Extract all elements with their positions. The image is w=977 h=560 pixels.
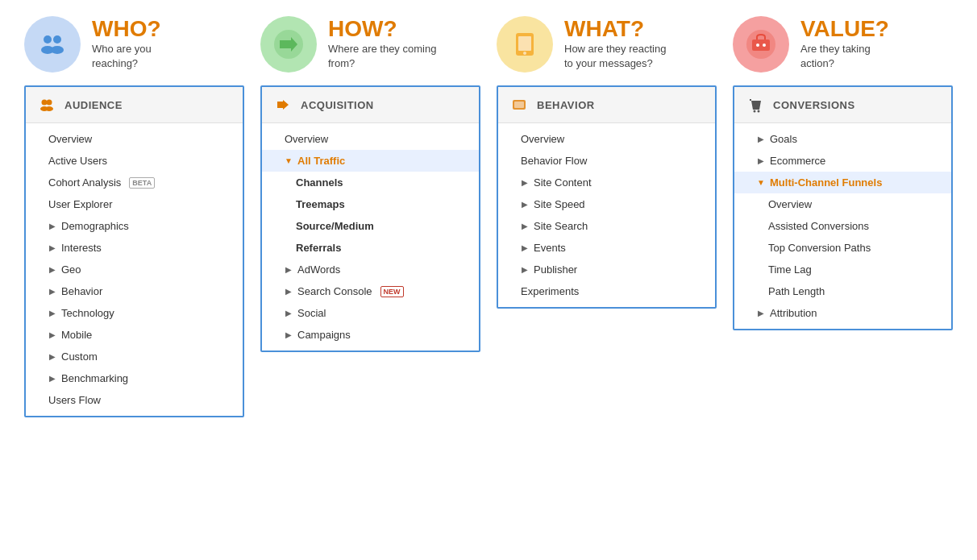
list-item[interactable]: Users Flow [26,389,243,411]
how-text: HOW? Where are they coming from? [328,16,457,71]
list-item[interactable]: ▶ Ecommerce [734,150,951,172]
how-title: HOW? [328,16,457,42]
main-container: WHO? Who are you reaching? HOW? Where ar… [16,16,961,417]
list-item[interactable]: ▶ Site Search [498,215,715,237]
svg-point-11 [763,44,766,47]
list-item[interactable]: User Explorer [26,193,243,215]
list-item[interactable]: ▼ All Traffic [262,150,479,172]
list-item[interactable]: ▶ Site Content [498,172,715,193]
svg-rect-6 [518,36,531,51]
svg-point-18 [754,110,756,113]
value-title: VALUE? [800,16,889,42]
value-icon [733,16,789,73]
svg-point-1 [53,35,61,44]
list-item[interactable]: Source/Medium [262,215,479,237]
acquisition-icon [273,95,293,114]
conversions-icon [746,95,765,114]
list-item[interactable]: Path Length [734,280,951,302]
list-item[interactable]: ▶ Site Speed [498,193,715,215]
who-title: WHO? [92,16,161,42]
list-item[interactable]: ▶ Attribution [734,302,951,324]
list-item[interactable]: Overview [498,128,715,150]
audience-panel-header: AUDIENCE [26,87,243,123]
list-item[interactable]: Top Conversion Paths [734,237,951,259]
behavior-panel-header: BEHAVIOR [498,87,715,123]
behavior-panel: BEHAVIOR Overview Behavior Flow ▶ Site C… [497,85,717,309]
audience-panel-title: AUDIENCE [64,99,123,111]
acquisition-panel-body: Overview ▼ All Traffic Channels Treemaps… [262,123,479,351]
list-item[interactable]: ▶ Social [262,302,479,324]
list-item[interactable]: Experiments [498,280,715,302]
header-who: WHO? Who are you reaching? [16,16,252,73]
header-how: HOW? Where are they coming from? [252,16,488,73]
conversions-panel-title: CONVERSIONS [773,99,855,111]
audience-panel: AUDIENCE Overview Active Users Cohort An… [24,85,244,417]
acquisition-panel-title: ACQUISITION [301,99,374,111]
list-item[interactable]: ▶ AdWords [262,259,479,280]
list-item[interactable]: ▶ Mobile [26,324,243,346]
header-value: VALUE? Are they taking action? [725,16,961,73]
list-item[interactable]: Behavior Flow [498,150,715,172]
audience-icon [37,95,56,114]
list-item[interactable]: Cohort Analysis BETA [26,172,243,193]
list-item[interactable]: ▶ Interests [26,237,243,259]
svg-point-7 [523,52,526,55]
svg-point-0 [44,35,52,44]
svg-point-3 [51,46,64,54]
list-item[interactable]: ▶ Custom [26,346,243,367]
svg-point-12 [42,100,48,106]
conversions-panel: CONVERSIONS ▶ Goals ▶ Ecommerce ▼ Multi-… [733,85,953,330]
svg-point-15 [45,106,53,111]
svg-point-10 [756,44,759,47]
svg-point-19 [758,110,760,113]
how-icon [260,16,317,73]
what-subtitle: How are they reacting to your messages? [564,42,666,71]
acquisition-panel: ACQUISITION Overview ▼ All Traffic Chann… [260,85,480,352]
list-item[interactable]: ▶ Goals [734,128,951,150]
list-item[interactable]: ▶ Search Console NEW [262,280,479,302]
list-item[interactable]: ▶ Demographics [26,215,243,237]
list-item[interactable]: Assisted Conversions [734,215,951,237]
how-subtitle: Where are they coming from? [328,42,457,71]
who-subtitle: Who are you reaching? [92,42,161,71]
list-item[interactable]: ▶ Events [498,237,715,259]
what-title: WHAT? [564,16,666,42]
list-item[interactable]: Channels [262,172,479,193]
who-text: WHO? Who are you reaching? [92,16,161,71]
audience-panel-body: Overview Active Users Cohort Analysis BE… [26,123,243,416]
header-what: WHAT? How are they reacting to your mess… [488,16,725,73]
panels-row: AUDIENCE Overview Active Users Cohort An… [16,85,961,417]
list-item[interactable]: Time Lag [734,259,951,280]
who-icon [24,16,81,73]
acquisition-panel-header: ACQUISITION [262,87,479,123]
behavior-panel-body: Overview Behavior Flow ▶ Site Content ▶ … [498,123,715,307]
list-item[interactable]: ▶ Publisher [498,259,715,280]
list-item[interactable]: Overview [262,128,479,150]
behavior-panel-title: BEHAVIOR [537,99,595,111]
list-item[interactable]: ▶ Technology [26,302,243,324]
behavior-icon [509,95,529,114]
list-item[interactable]: Referrals [262,237,479,259]
headers-row: WHO? Who are you reaching? HOW? Where ar… [16,16,961,73]
list-item[interactable]: ▶ Campaigns [262,324,479,346]
svg-rect-17 [514,102,524,108]
svg-point-13 [47,100,52,106]
svg-rect-9 [752,39,770,51]
list-item[interactable]: Treemaps [262,193,479,215]
list-item[interactable]: ▶ Benchmarking [26,367,243,389]
conversions-panel-header: CONVERSIONS [734,87,951,123]
list-item[interactable]: ▶ Behavior [26,280,243,302]
conversions-panel-body: ▶ Goals ▶ Ecommerce ▼ Multi-Channel Funn… [734,123,951,329]
list-item[interactable]: Overview [734,193,951,215]
what-text: WHAT? How are they reacting to your mess… [564,16,666,71]
value-text: VALUE? Are they taking action? [800,16,889,71]
what-icon [497,16,553,73]
value-subtitle: Are they taking action? [800,42,889,71]
list-item[interactable]: Overview [26,128,243,150]
list-item[interactable]: ▼ Multi-Channel Funnels [734,172,951,193]
list-item[interactable]: ▶ Geo [26,259,243,280]
list-item[interactable]: Active Users [26,150,243,172]
